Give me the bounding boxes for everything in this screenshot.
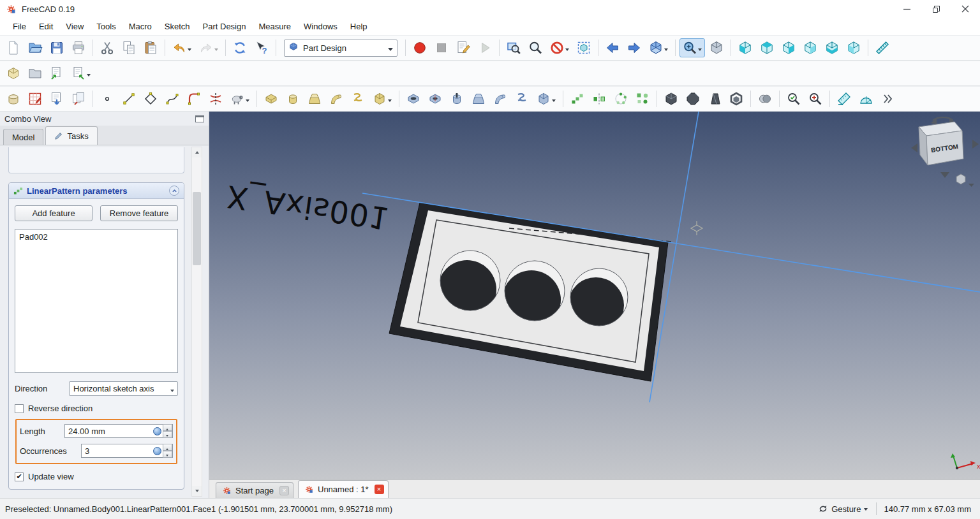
draft-button[interactable] bbox=[704, 89, 725, 108]
sketch-polygon-button[interactable] bbox=[140, 89, 161, 108]
view-left-button[interactable] bbox=[843, 38, 864, 57]
menu-sketch[interactable]: Sketch bbox=[158, 19, 197, 34]
panel-scrollbar[interactable] bbox=[191, 147, 202, 497]
toolbar-overflow-button[interactable] bbox=[877, 89, 898, 108]
menu-view[interactable]: View bbox=[59, 19, 90, 34]
sketch-line-button[interactable] bbox=[119, 89, 139, 108]
pocket-button[interactable] bbox=[403, 89, 424, 108]
revolution-button[interactable] bbox=[283, 89, 303, 108]
make-sub-link-button[interactable] bbox=[68, 64, 94, 83]
mirrored-button[interactable] bbox=[589, 89, 609, 108]
open-document-button[interactable] bbox=[25, 38, 45, 57]
collapse-section-button[interactable] bbox=[169, 186, 179, 196]
thickness-button[interactable] bbox=[726, 89, 746, 108]
menu-edit[interactable]: Edit bbox=[33, 19, 59, 34]
menu-macro[interactable]: Macro bbox=[122, 19, 158, 34]
length-input[interactable]: 24.00 mm bbox=[64, 424, 173, 438]
menu-file[interactable]: File bbox=[6, 19, 33, 34]
polar-pattern-button[interactable] bbox=[611, 89, 631, 108]
subtractive-helix-button[interactable] bbox=[512, 89, 532, 108]
occurrences-spinner[interactable] bbox=[163, 444, 172, 458]
sketch-trim-button[interactable] bbox=[205, 89, 226, 108]
navigate-back-button[interactable] bbox=[602, 38, 623, 57]
close-button[interactable] bbox=[951, 0, 980, 18]
maximize-button[interactable] bbox=[921, 0, 951, 18]
fit-all-button[interactable] bbox=[503, 38, 524, 57]
create-sketch-button[interactable] bbox=[25, 89, 45, 108]
close-tab-icon[interactable]: × bbox=[279, 486, 289, 495]
view-bottom-button[interactable] bbox=[822, 38, 842, 57]
measure-linear-button[interactable] bbox=[834, 89, 854, 108]
sketch-fillet-button[interactable] bbox=[184, 89, 204, 108]
edit-sketch-button[interactable] bbox=[47, 89, 67, 108]
fit-selection-button[interactable] bbox=[525, 38, 546, 57]
menu-measure[interactable]: Measure bbox=[252, 19, 297, 34]
new-document-button[interactable] bbox=[3, 38, 24, 57]
view-front-button[interactable] bbox=[735, 38, 755, 57]
clipping-plane-button[interactable] bbox=[547, 38, 572, 57]
tab-model[interactable]: Model bbox=[3, 129, 43, 145]
refine-shape-button[interactable] bbox=[805, 89, 826, 108]
multitransform-button[interactable] bbox=[632, 89, 653, 108]
isometric-view-button[interactable] bbox=[706, 38, 727, 57]
box-element-selection-button[interactable] bbox=[574, 38, 594, 57]
3d-scene[interactable]: X_Axis001 bbox=[209, 112, 980, 479]
macro-record-button[interactable] bbox=[410, 38, 430, 57]
whats-this-button[interactable]: ? bbox=[251, 38, 272, 57]
menu-part-design[interactable]: Part Design bbox=[197, 19, 253, 34]
additive-pipe-button[interactable] bbox=[326, 89, 346, 108]
scrollbar-thumb[interactable] bbox=[193, 192, 201, 265]
additive-primitive-button[interactable] bbox=[369, 89, 395, 108]
scroll-down-icon[interactable] bbox=[192, 486, 202, 496]
map-sketch-to-face-button[interactable] bbox=[68, 89, 89, 108]
boolean-operation-button[interactable] bbox=[755, 89, 775, 108]
navigation-style-selector[interactable]: Gesture bbox=[813, 504, 873, 514]
chamfer-button[interactable] bbox=[683, 89, 703, 108]
subtractive-loft-button[interactable] bbox=[468, 89, 489, 108]
minimize-button[interactable] bbox=[892, 0, 921, 18]
add-feature-button[interactable]: Add feature bbox=[15, 205, 93, 221]
check-geometry-button[interactable] bbox=[783, 89, 804, 108]
3d-viewport[interactable]: X_Axis001 bbox=[209, 112, 980, 498]
view-right-button[interactable] bbox=[778, 38, 799, 57]
subtractive-primitive-button[interactable] bbox=[533, 89, 559, 108]
view-rear-button[interactable] bbox=[800, 38, 820, 57]
make-link-button[interactable] bbox=[47, 64, 67, 83]
refresh-button[interactable] bbox=[230, 38, 250, 57]
document-tab-start-page[interactable]: Start page× bbox=[216, 482, 293, 498]
update-view-checkbox[interactable]: ✔ bbox=[15, 472, 24, 481]
additive-helix-button[interactable] bbox=[348, 89, 368, 108]
measure-button[interactable] bbox=[872, 38, 893, 57]
feature-list[interactable]: Pad002 bbox=[15, 229, 178, 373]
create-part-button[interactable] bbox=[3, 64, 24, 83]
zoom-mode-button[interactable] bbox=[679, 38, 705, 57]
create-body-button[interactable] bbox=[3, 89, 24, 108]
menu-windows[interactable]: Windows bbox=[297, 19, 344, 34]
sketch-point-button[interactable] bbox=[97, 89, 117, 108]
macro-edit-button[interactable] bbox=[453, 38, 473, 57]
menu-help[interactable]: Help bbox=[344, 19, 374, 34]
reverse-direction-checkbox[interactable] bbox=[15, 404, 24, 413]
groove-button[interactable] bbox=[447, 89, 467, 108]
occurrences-input[interactable]: 3 bbox=[81, 444, 173, 458]
tab-tasks[interactable]: Tasks bbox=[45, 126, 97, 145]
pad-button[interactable] bbox=[261, 89, 281, 108]
subtractive-pipe-button[interactable] bbox=[490, 89, 510, 108]
view-top-button[interactable] bbox=[757, 38, 777, 57]
document-tab-unnamed-1-[interactable]: Unnamed : 1*× bbox=[298, 480, 389, 498]
cut-button[interactable] bbox=[97, 38, 117, 57]
sketch-carbon-copy-button[interactable] bbox=[227, 89, 253, 108]
navigate-forward-button[interactable] bbox=[624, 38, 644, 57]
macro-stop-button[interactable] bbox=[431, 38, 452, 57]
additive-loft-button[interactable] bbox=[304, 89, 325, 108]
close-tab-icon[interactable]: × bbox=[375, 485, 384, 494]
save-document-button[interactable] bbox=[47, 38, 67, 57]
paste-button[interactable] bbox=[140, 38, 161, 57]
axonometric-view-button[interactable] bbox=[646, 38, 671, 57]
fillet-button[interactable] bbox=[661, 89, 681, 108]
feature-list-item[interactable]: Pad002 bbox=[19, 232, 174, 242]
workbench-selector[interactable]: Part Design bbox=[284, 40, 397, 57]
print-document-button[interactable] bbox=[68, 38, 89, 57]
direction-select[interactable]: Horizontal sketch axis bbox=[69, 381, 178, 396]
menu-tools[interactable]: Tools bbox=[90, 19, 122, 34]
